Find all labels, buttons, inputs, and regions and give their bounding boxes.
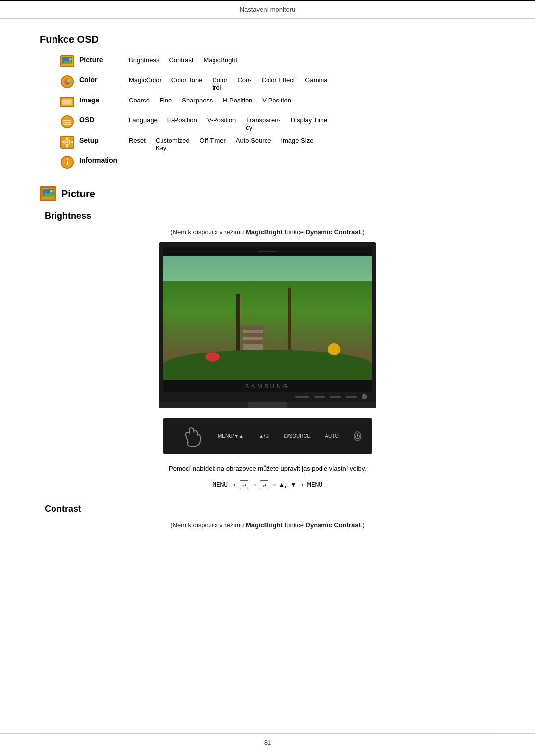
osd-item: Off Timer <box>200 137 226 144</box>
contrast-note-bold1: MagicBright <box>246 521 283 529</box>
monitor-area: SAMSUNG <box>40 242 495 408</box>
menu-seq-box-1: ↵ <box>240 480 248 489</box>
page-container: Nastavení monitoru Funkce OSD Picture Br <box>0 0 535 756</box>
osd-item: Brightness <box>129 56 159 64</box>
osd-label-setup: Setup <box>79 135 129 144</box>
page-number: 81 <box>264 739 271 746</box>
top-rule <box>0 0 535 1</box>
brightness-note: (Není k dispozici v režimu MagicBright f… <box>40 228 495 236</box>
osd-row-picture: Picture Brightness Contrast MagicBright <box>59 55 495 71</box>
osd-items-setup: Reset CustomizedKey Off Timer Auto Sourc… <box>129 135 313 151</box>
contrast-note-prefix: (Není k dispozici v režimu <box>170 521 246 529</box>
svg-rect-13 <box>63 120 71 121</box>
osd-label-osd: OSD <box>79 115 129 124</box>
image-icon <box>59 95 75 109</box>
page-header: Nastavení monitoru <box>0 3 535 19</box>
ctrl-source: ⊡/SOURCE <box>284 433 311 439</box>
menu-sequence: MENU → ↵ → ↵ → ▲, ▼ → MENU <box>40 480 495 489</box>
osd-items-osd: Language H-Position V-Position Transpare… <box>129 115 327 131</box>
note-prefix: (Není k dispozici v režimu <box>170 228 246 236</box>
osd-label-picture: Picture <box>79 55 129 64</box>
osd-items-picture: Brightness Contrast MagicBright <box>129 55 237 64</box>
osd-item: Language <box>129 116 158 124</box>
svg-rect-19 <box>66 137 68 139</box>
osd-item: Transparen-cy <box>246 116 280 131</box>
osd-label-color: Color <box>79 75 129 84</box>
osd-row-color: Color MagicColor Color Tone Colortrol Co… <box>59 75 495 91</box>
header-text: Nastavení monitoru <box>240 6 296 13</box>
osd-item: Reset <box>129 137 146 144</box>
contrast-title: Contrast <box>45 504 495 514</box>
color-icon <box>59 75 75 89</box>
note-bold2: Dynamic Contrast <box>306 228 361 236</box>
osd-item: H-Position <box>167 116 197 124</box>
osd-item: V-Position <box>207 116 236 124</box>
svg-rect-22 <box>71 141 73 143</box>
osd-item: Contrast <box>169 56 193 64</box>
osd-items-color: MagicColor Color Tone Colortrol Con- Col… <box>129 75 328 91</box>
osd-items-image: Coarse Fine Sharpness H-Position V-Posit… <box>129 95 291 104</box>
svg-point-6 <box>64 79 67 82</box>
main-content: Funkce OSD Picture Brightness Contrast M <box>0 34 535 529</box>
svg-rect-14 <box>63 122 71 123</box>
content-text: Pomocí nabídek na obrazovce můžete uprav… <box>40 464 495 474</box>
ctrl-power: ⏻ <box>354 431 361 441</box>
osd-item: MagicBright <box>204 56 238 64</box>
osd-item: V-Position <box>262 97 291 104</box>
setup-icon <box>59 135 75 149</box>
monitor-screen <box>163 256 372 380</box>
page-footer: 81 <box>0 733 535 746</box>
osd-row-setup: Setup Reset CustomizedKey Off Timer Auto… <box>59 135 495 151</box>
svg-rect-21 <box>62 141 64 143</box>
note-suffix: .) <box>361 228 365 236</box>
osd-item: Image Size <box>281 137 313 144</box>
funkce-osd-title: Funkce OSD <box>40 34 495 45</box>
contrast-note: (Není k dispozici v režimu MagicBright f… <box>40 521 495 529</box>
osd-table: Picture Brightness Contrast MagicBright <box>59 55 495 171</box>
osd-item: Color Tone <box>171 76 203 84</box>
svg-point-18 <box>66 141 68 143</box>
osd-item: H-Position <box>222 97 252 104</box>
osd-item: Colortrol <box>212 76 227 91</box>
osd-item: Coarse <box>129 97 150 104</box>
control-bar: MENU/▼▲ ▲/⊙ ⊡/SOURCE AUTO ⏻ <box>163 418 372 454</box>
contrast-note-middle: funkce <box>283 521 306 529</box>
osd-item: Color Effect <box>262 76 295 84</box>
osd-row-information: i Information <box>59 155 495 171</box>
contrast-note-suffix: .) <box>361 521 365 529</box>
svg-point-8 <box>66 82 69 85</box>
svg-point-7 <box>67 79 70 82</box>
picture-icon-large <box>40 186 56 201</box>
osd-item: Con- <box>237 76 251 84</box>
osd-item: Gamma <box>305 76 327 84</box>
osd-item: Display Time <box>291 116 327 124</box>
osd-item: Auto Source <box>236 137 271 144</box>
svg-point-28 <box>50 190 53 192</box>
picture-heading: Picture <box>40 186 495 201</box>
svg-text:i: i <box>66 158 68 166</box>
svg-rect-15 <box>63 124 71 125</box>
monitor-outer: SAMSUNG <box>159 242 376 408</box>
osd-label-image: Image <box>79 95 129 104</box>
osd-item: Sharpness <box>182 97 213 104</box>
brightness-title: Brightness <box>45 211 495 221</box>
picture-icon <box>59 55 75 69</box>
svg-point-3 <box>69 58 72 61</box>
contrast-note-bold2: Dynamic Contrast <box>306 521 361 529</box>
osd-label-information: Information <box>79 155 129 164</box>
ctrl-menu: MENU/▼▲ <box>218 433 244 439</box>
info-icon: i <box>59 155 75 169</box>
osd-item: CustomizedKey <box>156 137 190 151</box>
osd-row-image: Image Coarse Fine Sharpness H-Position V… <box>59 95 495 111</box>
osd-item: Fine <box>160 97 172 104</box>
osd-icon <box>59 115 75 129</box>
picture-heading-text: Picture <box>61 188 95 200</box>
note-bold1: MagicBright <box>246 228 283 236</box>
ctrl-auto: AUTO <box>325 433 339 439</box>
osd-row-osd: OSD Language H-Position V-Position Trans… <box>59 115 495 131</box>
control-panel: MENU/▼▲ ▲/⊙ ⊡/SOURCE AUTO ⏻ <box>40 418 495 454</box>
osd-item: MagicColor <box>129 76 161 84</box>
svg-rect-11 <box>63 100 71 104</box>
monitor-brand: SAMSUNG <box>163 380 372 392</box>
hand-cursor-icon <box>178 423 203 448</box>
